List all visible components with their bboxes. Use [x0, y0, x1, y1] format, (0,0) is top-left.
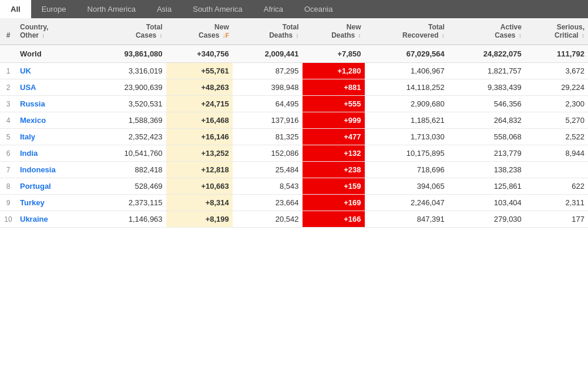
tab-asia[interactable]: Asia: [146, 0, 182, 18]
row-total-recovered: 2,246,047: [365, 195, 448, 211]
row-total-deaths: 137,916: [233, 112, 303, 129]
row-rank: 5: [0, 129, 16, 145]
row-new-deaths: +132: [303, 145, 365, 162]
row-active-cases: 279,030: [448, 211, 525, 228]
row-total-cases: 10,541,760: [89, 145, 166, 162]
row-active-cases: 558,068: [448, 129, 525, 145]
world-total-recovered: 67,029,564: [365, 45, 448, 63]
row-total-cases: 2,373,115: [89, 195, 166, 211]
tab-south-america[interactable]: South America: [182, 0, 253, 18]
table-row: 6 India 10,541,760 +13,252 152,086 +132 …: [0, 145, 588, 162]
row-country[interactable]: Ukraine: [16, 211, 89, 228]
country-link: Mexico: [20, 116, 46, 125]
row-country[interactable]: India: [16, 145, 89, 162]
table-row: 1 UK 3,316,019 +55,761 87,295 +1,280 1,4…: [0, 63, 588, 79]
col-country[interactable]: Country,Other ↕: [16, 18, 89, 45]
row-serious-critical: 2,300: [525, 96, 588, 112]
row-new-cases: +8,199: [166, 211, 233, 228]
tab-europe[interactable]: Europe: [31, 0, 77, 18]
col-total-deaths[interactable]: TotalDeaths ↕: [233, 18, 303, 45]
row-active-cases: 138,238: [448, 162, 525, 178]
row-total-cases: 1,146,963: [89, 211, 166, 228]
tab-north-america[interactable]: North America: [77, 0, 146, 18]
col-new-cases[interactable]: NewCases ↓F: [166, 18, 233, 45]
country-link: UK: [20, 66, 31, 75]
row-total-cases: 882,418: [89, 162, 166, 178]
row-total-cases: 23,900,639: [89, 79, 166, 96]
row-serious-critical: 2,311: [525, 195, 588, 211]
row-active-cases: 546,356: [448, 96, 525, 112]
tab-all[interactable]: All: [0, 0, 31, 18]
row-new-deaths: +555: [303, 96, 365, 112]
row-serious-critical: [525, 162, 588, 178]
row-country[interactable]: Mexico: [16, 112, 89, 129]
row-country[interactable]: Russia: [16, 96, 89, 112]
row-total-cases: 528,469: [89, 178, 166, 195]
country-link: Russia: [20, 99, 45, 108]
row-new-cases: +16,146: [166, 129, 233, 145]
row-total-recovered: 718,696: [365, 162, 448, 178]
row-total-deaths: 25,484: [233, 162, 303, 178]
row-total-deaths: 20,542: [233, 211, 303, 228]
country-link: India: [20, 149, 38, 158]
row-country[interactable]: Portugal: [16, 178, 89, 195]
row-total-cases: 2,352,423: [89, 129, 166, 145]
row-active-cases: 103,404: [448, 195, 525, 211]
row-total-cases: 1,588,369: [89, 112, 166, 129]
col-total-recovered[interactable]: TotalRecovered ↕: [365, 18, 448, 45]
table-row: 4 Mexico 1,588,369 +16,468 137,916 +999 …: [0, 112, 588, 129]
tab-oceania[interactable]: Oceania: [294, 0, 343, 18]
row-total-cases: 3,316,019: [89, 63, 166, 79]
row-country[interactable]: Indonesia: [16, 162, 89, 178]
col-rank[interactable]: #: [0, 18, 16, 45]
country-link: Ukraine: [20, 215, 48, 223]
world-total-deaths: 2,009,441: [233, 45, 303, 63]
row-rank: 7: [0, 162, 16, 178]
row-total-recovered: 1,406,967: [365, 63, 448, 79]
table-row: 7 Indonesia 882,418 +12,818 25,484 +238 …: [0, 162, 588, 178]
world-total-cases: 93,861,080: [89, 45, 166, 63]
country-link: Turkey: [20, 198, 45, 207]
tab-bar: All Europe North America Asia South Amer…: [0, 0, 588, 18]
row-country[interactable]: UK: [16, 63, 89, 79]
row-new-cases: +13,252: [166, 145, 233, 162]
row-active-cases: 213,779: [448, 145, 525, 162]
table-row: 3 Russia 3,520,531 +24,715 64,495 +555 2…: [0, 96, 588, 112]
row-rank: 6: [0, 145, 16, 162]
row-serious-critical: 622: [525, 178, 588, 195]
row-rank: 8: [0, 178, 16, 195]
row-total-recovered: 847,391: [365, 211, 448, 228]
row-total-deaths: 87,295: [233, 63, 303, 79]
row-new-deaths: +881: [303, 79, 365, 96]
row-new-deaths: +159: [303, 178, 365, 195]
world-rank: [0, 45, 16, 63]
row-serious-critical: 8,944: [525, 145, 588, 162]
row-new-cases: +12,818: [166, 162, 233, 178]
col-total-cases[interactable]: TotalCases ↕: [89, 18, 166, 45]
table-row: 9 Turkey 2,373,115 +8,314 23,664 +169 2,…: [0, 195, 588, 211]
row-total-deaths: 8,543: [233, 178, 303, 195]
row-total-recovered: 1,185,621: [365, 112, 448, 129]
row-total-recovered: 14,118,252: [365, 79, 448, 96]
row-active-cases: 125,861: [448, 178, 525, 195]
world-label: World: [16, 45, 89, 63]
row-new-deaths: +169: [303, 195, 365, 211]
row-serious-critical: 177: [525, 211, 588, 228]
row-new-deaths: +166: [303, 211, 365, 228]
col-active-cases[interactable]: ActiveCases ↕: [448, 18, 525, 45]
world-active-cases: 24,822,075: [448, 45, 525, 63]
row-total-recovered: 1,713,030: [365, 129, 448, 145]
row-rank: 2: [0, 79, 16, 96]
table-header-row: # Country,Other ↕ TotalCases ↕ NewCases …: [0, 18, 588, 45]
country-link: USA: [20, 83, 36, 92]
tab-africa[interactable]: Africa: [253, 0, 294, 18]
country-link: Indonesia: [20, 165, 56, 174]
row-country[interactable]: Italy: [16, 129, 89, 145]
row-new-deaths: +238: [303, 162, 365, 178]
row-total-deaths: 81,325: [233, 129, 303, 145]
row-country[interactable]: USA: [16, 79, 89, 96]
table-row: 8 Portugal 528,469 +10,663 8,543 +159 39…: [0, 178, 588, 195]
col-new-deaths[interactable]: NewDeaths ↕: [303, 18, 365, 45]
row-country[interactable]: Turkey: [16, 195, 89, 211]
col-serious-critical[interactable]: Serious,Critical ↕: [525, 18, 588, 45]
